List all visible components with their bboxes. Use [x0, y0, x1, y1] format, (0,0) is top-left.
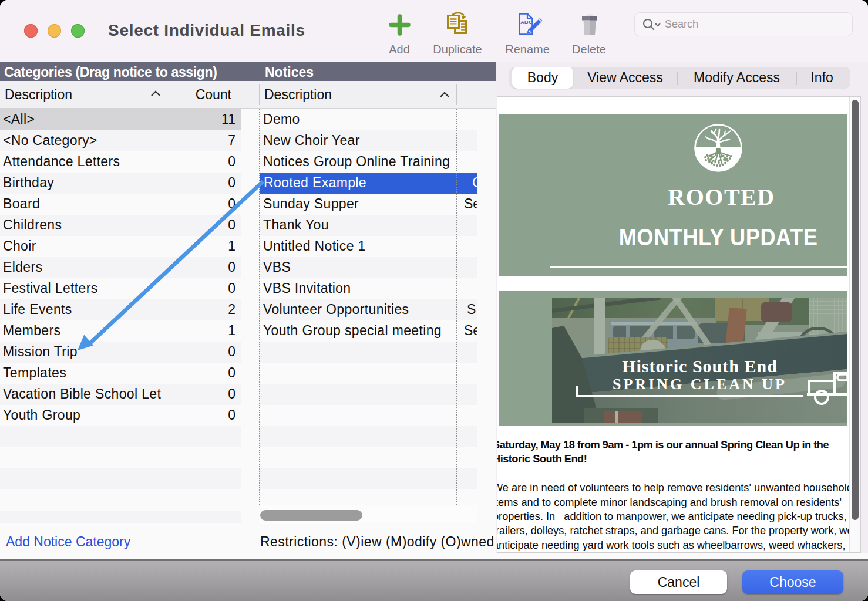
- svg-text:ABC: ABC: [520, 19, 533, 25]
